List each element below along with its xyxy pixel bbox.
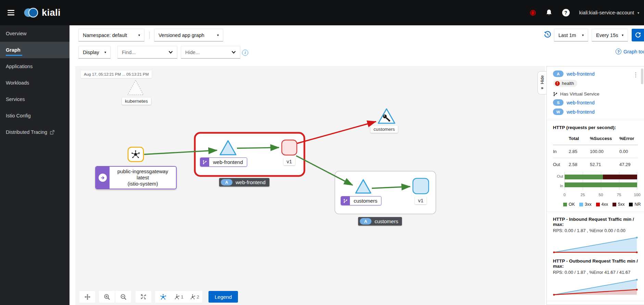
web-frontend-app-label[interactable]: web-frontend [200, 157, 247, 167]
edge-v1-to-customers-service[interactable] [297, 122, 376, 143]
web-frontend-v1-node[interactable] [282, 140, 297, 155]
zoom-in-icon [104, 294, 110, 300]
web-frontend-app-label-text: web-frontend [209, 158, 247, 166]
inbound-heading: HTTP - Inbound Request Traffic min / max… [553, 217, 638, 227]
graph-type-value: Versioned app graph [159, 33, 204, 38]
web-frontend-group-label-text: web-frontend [236, 179, 266, 185]
layout-2-count: 2 [197, 294, 199, 300]
graph-tour-link[interactable]: ? Graph tour [616, 49, 644, 54]
chevron-down-icon: ▾ [104, 50, 106, 54]
service-link[interactable]: web-frontend [567, 100, 595, 105]
chevron-down-icon[interactable] [168, 51, 173, 54]
sidebar-item-istio-config[interactable]: Istio Config [0, 107, 70, 124]
app-link[interactable]: web-frontend [567, 71, 595, 77]
graph-controls-toolbar: 1 2 Legend [79, 291, 238, 303]
virtual-service-badge-icon [341, 196, 350, 205]
kubernetes-node-label[interactable]: kubernetes [122, 98, 151, 105]
notifications-bell-icon[interactable] [545, 9, 553, 16]
refresh-interval-select[interactable]: Every 15s ▾ [592, 29, 628, 41]
virtual-service-icon [553, 92, 558, 97]
virtual-service-label: Has Virtual Service [560, 91, 599, 97]
panel-scrollbar[interactable] [641, 68, 643, 84]
sidebar-item-overview[interactable]: Overview [0, 25, 70, 42]
row-in-success: 100.00 [590, 145, 619, 158]
hide-tab-label: Hide [540, 75, 545, 84]
app-badge: A [360, 218, 371, 225]
sidebar-nav: Overview Graph Applications Workloads Se… [0, 25, 70, 305]
graph-canvas[interactable]: Aug 17, 05:12:21 PM ... 05:13:21 PM kube… [75, 66, 545, 305]
pan-button[interactable] [79, 291, 95, 303]
workload-link[interactable]: web-frontend [567, 109, 595, 115]
graph-type-select[interactable]: Versioned app graph ▾ [154, 29, 223, 41]
app-badge: A [221, 179, 232, 186]
summary-panel: ⋮ A web-frontend ! health Has Virtual Se… [546, 66, 644, 305]
chevron-down-icon: ▾ [217, 33, 219, 37]
chevron-down-icon[interactable] [231, 51, 236, 54]
chevron-down-icon: ▾ [582, 33, 584, 37]
refresh-button[interactable] [632, 29, 644, 41]
namespace-label: Namespace: [83, 33, 111, 38]
sidebar-item-applications[interactable]: Applications [0, 58, 70, 75]
expand-arrows-icon [140, 294, 147, 300]
sidebar-item-workloads[interactable]: Workloads [0, 75, 70, 91]
customers-app-label[interactable]: customers [341, 196, 381, 205]
chevron-down-icon: ▾ [138, 33, 140, 37]
top-navbar: kiali ? kiali:kiali-service-account ▾ [0, 0, 644, 25]
sidebar-item-graph[interactable]: Graph [0, 42, 70, 58]
service-badge: S [553, 99, 564, 106]
kebab-menu-icon[interactable]: ⋮ [633, 71, 639, 78]
layout-1-button[interactable]: 1 [171, 291, 187, 303]
public-ingressgateway-label-text: public-ingressgateway latest (istio-syst… [110, 167, 176, 189]
hide-panel-tab[interactable]: Hide » [538, 71, 546, 94]
layout-2-button[interactable]: 2 [187, 291, 202, 303]
sidebar-item-distributed-tracing[interactable]: Distributed Tracing [0, 124, 70, 140]
account-menu[interactable]: kiali:kiali-service-account ▾ [579, 10, 639, 15]
web-frontend-v1-label[interactable]: v1 [283, 157, 295, 165]
duration-select[interactable]: Last 1m ▾ [554, 29, 588, 41]
customers-v1-label[interactable]: v1 [415, 196, 427, 204]
help-icon[interactable]: ? [562, 9, 570, 16]
bar-category-in: In [560, 184, 563, 188]
app-badge: A [553, 71, 564, 77]
display-dropdown[interactable]: Display ▾ [78, 46, 111, 59]
customers-service-label[interactable]: customers [370, 126, 398, 133]
service-row: S web-frontend [553, 99, 638, 106]
customers-group-label[interactable]: A customers [358, 217, 402, 226]
layout-default-button[interactable] [155, 291, 171, 303]
legend-button[interactable]: Legend [209, 291, 238, 303]
hamburger-menu-icon[interactable] [8, 10, 14, 15]
row-in-error: 0.00 [619, 145, 638, 158]
edge-web-frontend-to-v1[interactable] [237, 148, 279, 148]
graph-layout-2-icon [190, 294, 195, 300]
bar-out-5xx-segment [603, 175, 637, 179]
public-ingressgateway-label[interactable]: public-ingressgateway latest (istio-syst… [95, 166, 177, 189]
row-out-error: 47.29 [619, 158, 638, 171]
mesh-status-indicator-icon[interactable] [530, 10, 536, 16]
fit-to-screen-button[interactable] [136, 291, 151, 303]
time-range-history-icon[interactable] [544, 31, 551, 38]
customers-group-label-text: customers [375, 218, 398, 224]
outbound-stats: RPS: 0.00 / 1.87 , %Error 41.67 / 41.67 [553, 270, 638, 275]
customers-v1-node[interactable] [413, 178, 429, 194]
hide-input-box [181, 46, 240, 59]
col-success: %Success [590, 132, 619, 145]
zoom-in-button[interactable] [99, 291, 115, 303]
namespace-value: default [112, 33, 127, 38]
namespace-select[interactable]: Namespace: default ▾ [78, 29, 144, 41]
web-frontend-group-label[interactable]: A web-frontend [219, 178, 269, 187]
find-input[interactable] [122, 50, 168, 55]
row-in-total: 2.85 [569, 145, 590, 158]
customers-app-label-text: customers [350, 196, 381, 205]
health-badge[interactable]: ! health [553, 80, 577, 87]
question-circle-icon: ? [616, 49, 621, 54]
inbound-sparkline [553, 235, 638, 254]
bar-chart-legend: OK 3xx 4xx 5xx NR [563, 202, 638, 207]
zoom-out-button[interactable] [115, 291, 131, 303]
kubernetes-node[interactable] [128, 80, 143, 95]
sidebar-item-services[interactable]: Services [0, 91, 70, 107]
find-hide-info-icon[interactable]: i [242, 50, 248, 56]
hide-input[interactable] [185, 50, 231, 55]
kiali-logo[interactable]: kiali [23, 6, 61, 19]
panel-divider [547, 212, 644, 212]
col-total: Total [569, 132, 590, 145]
